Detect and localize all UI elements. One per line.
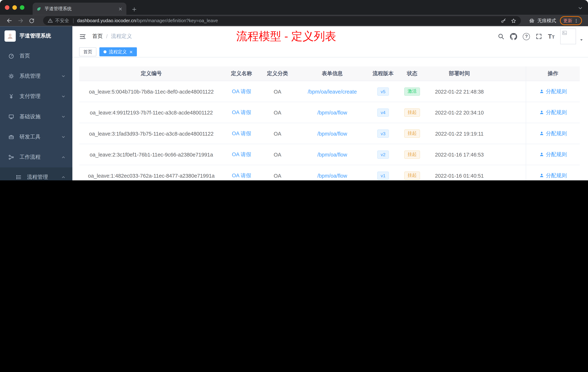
deploy-time: 2022-01-16 17:46:53 [427,144,492,165]
assign-rule-button[interactable]: 分配规则 [539,88,567,95]
sidebar-collapse-icon[interactable] [79,33,86,40]
address-bar[interactable]: 不安全 dashboard.yudao.iocoder.cn/bpm/manag… [43,16,521,25]
form-link[interactable]: /bpm/oa/flow [317,152,347,157]
back-button-icon[interactable] [6,18,12,24]
gear-icon [8,73,14,79]
assign-rule-button[interactable]: 分配规则 [539,109,567,116]
tag-close-icon[interactable] [129,50,133,54]
definition-category: OA [260,165,295,181]
definition-name-link[interactable]: OA 请假 [232,172,251,179]
browser-menu-dots-icon[interactable] [574,18,579,23]
tab-close-icon[interactable] [118,7,123,11]
sidebar-item-infrastructure[interactable]: 基础设施 [0,107,72,127]
breadcrumb-home[interactable]: 首页 [92,33,103,40]
tag-process-definition[interactable]: 流程定义 [99,47,137,56]
version-tag: v2 [377,150,389,159]
definition-category: OA [260,102,295,123]
incognito-label: 无痕模式 [537,17,556,24]
workflow-icon [8,154,14,160]
browser-toolbar: 不安全 dashboard.yudao.iocoder.cn/bpm/manag… [0,15,588,26]
sidebar-item-workflow[interactable]: 工作流程 [0,147,72,167]
deploy-time: 2022-01-22 21:48:38 [427,81,492,102]
reload-button-icon[interactable] [29,18,34,23]
breadcrumb: 首页 / 流程定义 [92,33,132,40]
deploy-time: 2022-01-22 20:34:10 [427,102,492,123]
person-icon [539,89,544,94]
form-link[interactable]: /bpm/oa/leave/create [308,88,357,94]
definition-id: oa_leave:1:482ec033-762a-11ec-8477-a2380… [79,165,223,181]
sidebar-item-payment[interactable]: 支付管理 [0,86,72,107]
sidebar: 芋道管理系统 首页 系统管理 支付管理 基础设施 [0,26,72,180]
tags-view-bar: 首页 流程定义 [72,47,588,57]
window-zoom-button[interactable] [20,5,24,10]
form-link[interactable]: /bpm/oa/flow [317,173,347,178]
definition-name-link[interactable]: OA 请假 [232,109,251,116]
column-header: 定义分类 [260,66,295,81]
chevron-down-icon [61,114,66,119]
table-row: oa_leave:2:3c1f0ef1-76b1-11ec-9c66-a2380… [79,144,580,165]
table-row: oa_leave:3:1fad3d93-7b75-11ec-a3c8-acde4… [79,123,580,144]
forward-button-icon[interactable] [18,18,24,24]
column-header: 定义名称 [223,66,260,81]
form-link[interactable]: /bpm/oa/flow [317,109,347,115]
sidebar-item-system[interactable]: 系统管理 [0,66,72,86]
tag-home[interactable]: 首页 [79,47,96,56]
search-icon[interactable] [498,33,504,40]
version-tag: v3 [377,129,389,138]
table-row: oa_leave:4:991f2193-7b7f-11ec-a3c8-acde4… [79,102,580,123]
assign-rule-button[interactable]: 分配规则 [539,151,567,158]
assign-rule-button[interactable]: 分配规则 [539,172,567,179]
tab-title: 芋道管理系统 [44,6,118,12]
main-area: 首页 / 流程定义 流程模型 - 定义列表 ? TT [72,26,588,180]
breadcrumb-separator: / [106,33,108,40]
browser-tab[interactable]: 芋道管理系统 [32,2,126,15]
window-minimize-button[interactable] [12,5,17,10]
github-icon[interactable] [510,33,517,40]
sidebar-item-process-management[interactable]: 流程管理 [0,167,72,180]
yen-icon [8,94,14,99]
user-avatar[interactable] [560,29,576,44]
status-tag: 挂起 [404,108,420,117]
definition-category: OA [260,123,295,144]
security-label: 不安全 [55,17,69,24]
page-annotation-title: 流程模型 - 定义列表 [236,29,336,44]
chevron-up-icon [61,175,66,179]
sidebar-item-dev-tools[interactable]: 研发工具 [0,127,72,147]
chevron-down-icon [61,94,66,99]
browser-update-button[interactable]: 更新 [560,16,582,25]
broken-image-icon [562,30,567,36]
avatar-caret-icon[interactable] [579,38,584,42]
tab-search-icon[interactable] [578,6,583,11]
person-icon [539,110,544,115]
new-tab-button[interactable] [132,7,137,12]
chevron-down-icon [61,135,66,139]
bookmark-star-icon[interactable] [511,18,516,23]
sidebar-item-home[interactable]: 首页 [0,46,72,66]
chevron-down-icon [61,74,66,78]
person-icon [539,152,544,157]
definition-id: oa_leave:2:3c1f0ef1-76b1-11ec-9c66-a2380… [79,144,223,165]
fullscreen-icon[interactable] [536,33,542,40]
column-header: 流程版本 [369,66,397,81]
column-header: 状态 [397,66,427,81]
incognito-badge: 无痕模式 [528,17,556,24]
definition-name-link[interactable]: OA 请假 [232,88,251,95]
column-header: 部署时间 [427,66,492,81]
help-icon[interactable]: ? [523,33,530,40]
app-title: 芋道管理系统 [20,33,51,39]
status-tag: 挂起 [404,129,420,138]
update-label: 更新 [563,17,572,24]
assign-rule-button[interactable]: 分配规则 [539,130,567,137]
status-tag: 挂起 [404,150,420,159]
process-list-icon [16,174,22,180]
font-size-icon[interactable]: TT [548,33,555,40]
person-icon [539,173,544,178]
definition-name-link[interactable]: OA 请假 [232,151,251,158]
form-link[interactable]: /bpm/oa/flow [317,131,347,136]
definition-name-link[interactable]: OA 请假 [232,130,251,137]
screenshot-root: 芋道管理系统 不安全 dashboard.yudao.iocoder.cn/bp… [0,0,588,180]
window-close-button[interactable] [5,5,10,10]
table-header-row: 定义编号 定义名称 定义分类 表单信息 流程版本 状态 部署时间 操作 [79,66,580,81]
url-path: /bpm/manager/definition?key=oa_leave [136,18,218,23]
password-key-icon[interactable] [501,18,506,23]
